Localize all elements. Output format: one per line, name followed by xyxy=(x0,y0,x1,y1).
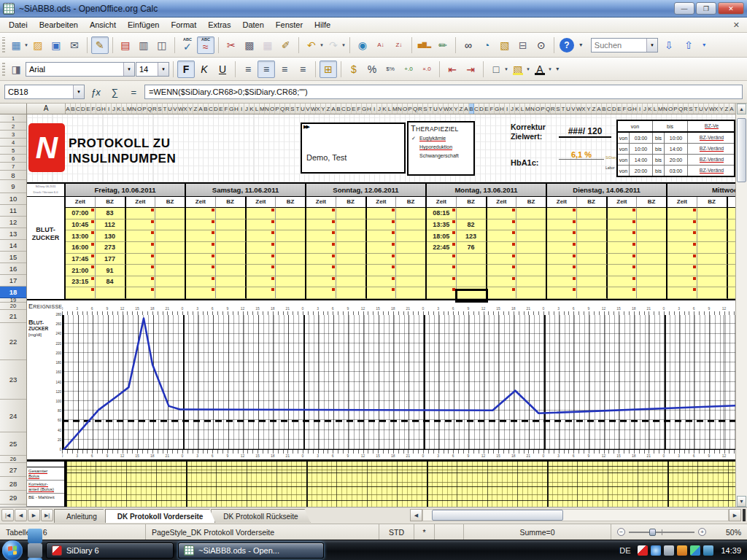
column-header-am[interactable]: M xyxy=(260,104,265,114)
hyperlink-icon[interactable]: ◉ xyxy=(354,36,371,54)
scroll-up-icon[interactable]: ▲ xyxy=(737,104,746,114)
selection-mode[interactable]: STD xyxy=(379,524,414,540)
cell-bz[interactable] xyxy=(516,254,546,265)
cell-zeit[interactable] xyxy=(667,242,697,254)
column-header-bm[interactable]: M xyxy=(392,104,398,114)
patient-name-box[interactable]: ▶▶ Demo, Test xyxy=(301,122,406,174)
cell-bz[interactable] xyxy=(396,265,425,276)
chevron-down-icon[interactable]: ▼ xyxy=(646,39,657,52)
cell-zeit[interactable] xyxy=(126,287,156,299)
column-header-aj[interactable]: J xyxy=(244,104,249,114)
toolbar-overflow-icon[interactable]: ▾ xyxy=(576,36,586,54)
tray-windows-icon[interactable] xyxy=(703,545,713,556)
day-header[interactable]: Montag, 13.06.2011 xyxy=(427,184,546,197)
column-header-ai[interactable]: I xyxy=(239,104,244,114)
cell-bz[interactable] xyxy=(155,254,185,265)
column-header-ag[interactable]: G xyxy=(229,104,234,114)
column-header-ay[interactable]: Y xyxy=(321,104,326,114)
cell-zeit[interactable] xyxy=(667,265,697,276)
col-header-zeit[interactable]: Zeit xyxy=(667,197,697,209)
start-button[interactable] xyxy=(2,540,23,560)
row-header-10[interactable]: 10 xyxy=(0,193,26,205)
cell-zeit[interactable] xyxy=(608,254,638,265)
row-header-16[interactable]: 16 xyxy=(0,263,26,275)
cell-zeit[interactable] xyxy=(367,287,397,299)
column-header-dt[interactable]: T xyxy=(694,104,699,114)
column-header-bq[interactable]: Q xyxy=(413,104,418,114)
cell-bz[interactable] xyxy=(577,230,608,242)
cell-zeit[interactable] xyxy=(186,208,216,219)
tray-alert-icon[interactable] xyxy=(677,545,687,556)
column-header-bu[interactable]: U xyxy=(433,104,438,114)
column-header-y[interactable]: Y xyxy=(188,104,193,114)
row-header-1[interactable]: 1 xyxy=(0,114,26,122)
column-header-i[interactable]: I xyxy=(107,104,112,114)
cell-bz[interactable] xyxy=(155,230,185,242)
col-header-zeit[interactable]: Zeit xyxy=(547,197,577,209)
cell-zeit[interactable]: 18:05 xyxy=(427,230,457,242)
font-name-combo[interactable]: Arial▼ xyxy=(26,62,135,77)
column-header-f[interactable]: F xyxy=(91,104,96,114)
column-header-n[interactable]: N xyxy=(132,104,137,114)
zoom-in-icon[interactable]: + xyxy=(698,528,706,536)
column-header-h[interactable]: H xyxy=(101,104,107,114)
column-header-ak[interactable]: K xyxy=(249,104,255,114)
cell-bz[interactable] xyxy=(577,276,608,288)
column-header-ce[interactable]: E xyxy=(484,104,489,114)
new-document-icon[interactable]: ▦ xyxy=(7,36,25,54)
cell-zeit[interactable] xyxy=(66,287,96,299)
column-header-bv[interactable]: V xyxy=(438,104,444,114)
column-header-dy[interactable]: Y xyxy=(719,104,724,114)
chevron-down-icon[interactable]: ▼ xyxy=(123,63,134,76)
format-currency-icon[interactable]: $ xyxy=(345,61,363,78)
styles-window-icon[interactable]: ◨ xyxy=(7,61,25,78)
cell-zeit[interactable] xyxy=(247,254,276,265)
column-header-k[interactable]: K xyxy=(117,104,122,114)
column-header-de[interactable]: E xyxy=(617,104,622,114)
column-header-e[interactable]: E xyxy=(86,104,91,114)
column-header-ba[interactable]: A xyxy=(331,104,336,114)
scroll-down-icon[interactable]: ▼ xyxy=(737,496,746,507)
cell-bz[interactable] xyxy=(697,254,728,265)
column-header-an[interactable]: N xyxy=(265,104,270,114)
cell-zeit[interactable] xyxy=(487,254,517,265)
column-header-cx[interactable]: X xyxy=(581,104,587,114)
column-header-bo[interactable]: O xyxy=(403,104,408,114)
cell-zeit[interactable] xyxy=(547,230,577,242)
col-header-zeit[interactable]: Zeit xyxy=(186,197,216,209)
col-header-bz[interactable]: BZ xyxy=(216,197,247,209)
column-header-av[interactable]: V xyxy=(306,104,311,114)
column-header-s[interactable]: S xyxy=(158,104,163,114)
cell-bz[interactable] xyxy=(697,276,728,288)
column-header-cv[interactable]: V xyxy=(571,104,576,114)
row-header-27[interactable]: 27 xyxy=(0,463,26,477)
find-down-icon[interactable]: ⇩ xyxy=(660,36,678,54)
cell-zeit[interactable] xyxy=(306,219,336,231)
column-header-ac[interactable]: C xyxy=(209,104,214,114)
cell-zeit[interactable] xyxy=(547,276,577,288)
undo-icon[interactable]: ↶ xyxy=(303,36,320,54)
cell-zeit[interactable] xyxy=(728,230,736,242)
col-header-bz[interactable]: BZ xyxy=(577,197,608,209)
cell-zeit[interactable] xyxy=(728,208,736,219)
navigator-icon[interactable]: ◔ xyxy=(478,36,495,54)
column-header-p[interactable]: P xyxy=(142,104,147,114)
language-indicator[interactable]: DE xyxy=(619,546,630,555)
menu-extras[interactable]: Extras xyxy=(202,19,236,31)
show-draw-functions-icon[interactable]: ✏ xyxy=(434,36,452,54)
cell-zeit[interactable] xyxy=(667,254,697,265)
column-header-cw[interactable]: W xyxy=(576,104,581,114)
column-header-cq[interactable]: Q xyxy=(546,104,551,114)
format-standard-icon[interactable]: $% xyxy=(382,61,399,78)
cell-zeit[interactable] xyxy=(126,254,156,265)
cell-bz[interactable] xyxy=(637,208,666,219)
column-header-cf[interactable]: F xyxy=(489,104,495,114)
column-header-ds[interactable]: S xyxy=(689,104,694,114)
col-header-bz[interactable]: BZ xyxy=(96,197,126,209)
column-header-bt[interactable]: T xyxy=(428,104,433,114)
col-header-bz[interactable]: BZ xyxy=(276,197,305,209)
row-header-15[interactable]: 15 xyxy=(0,252,26,263)
row-header-9[interactable]: 9 xyxy=(0,180,26,193)
auto-spellcheck-icon[interactable]: ABC≈ xyxy=(197,36,214,54)
tab-nav-first-icon[interactable]: |◀ xyxy=(1,509,14,521)
